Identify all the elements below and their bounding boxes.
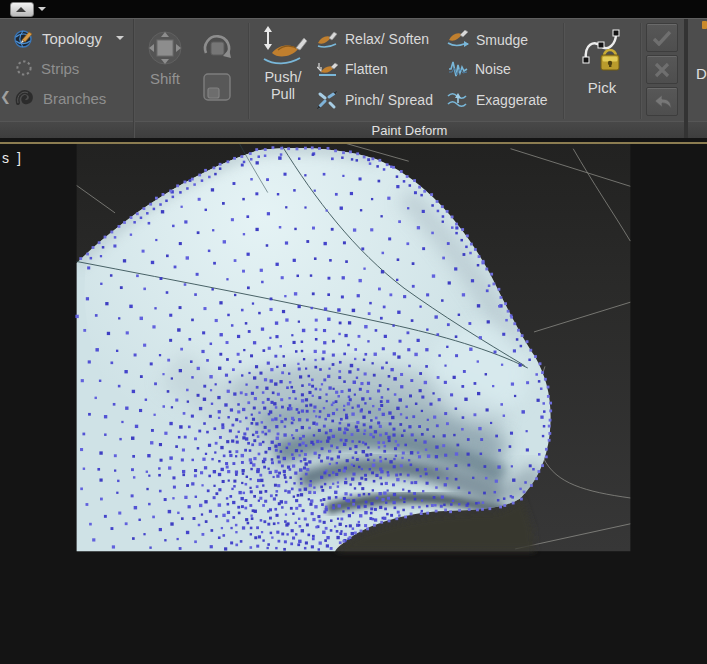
push-pull-label[interactable]: Push/ Pull: [252, 69, 314, 103]
next-panel-partial: D: [688, 19, 707, 121]
viewport[interactable]: s ]: [0, 138, 707, 664]
flatten-button[interactable]: Flatten: [317, 60, 388, 78]
lock-icon: [601, 50, 619, 70]
strips-label: Strips: [41, 60, 79, 77]
paint-deform-title: Paint Deform: [372, 123, 448, 138]
push-pull-line2: Pull: [252, 86, 314, 103]
brush-updown-icon: [258, 25, 308, 67]
cancel-button[interactable]: [646, 55, 678, 84]
branches-label: Branches: [43, 90, 106, 107]
undo-arrow-icon: [651, 93, 673, 111]
wave-arrow-icon: [447, 90, 469, 109]
nested-squares-icon: [201, 71, 233, 103]
pinch-spread-label: Pinch/ Spread: [345, 92, 433, 108]
scene-3d[interactable]: [0, 144, 707, 664]
noise-button[interactable]: Noise: [448, 60, 511, 78]
waveform-icon: [448, 60, 468, 78]
ribbon: ❮ Topology Strips Branches: [0, 18, 707, 138]
commit-button[interactable]: [646, 23, 678, 52]
panel-title-paint-deform: Paint Deform: [135, 121, 684, 139]
move-arrows-icon: [146, 30, 184, 66]
globe-pencil-icon: [14, 28, 34, 48]
shift-scale-button[interactable]: [201, 71, 233, 103]
brush-icon: [317, 30, 338, 48]
group-separator: [248, 23, 250, 119]
ribbon-toggle-button[interactable]: [10, 2, 34, 17]
revert-button[interactable]: [646, 87, 678, 116]
brush-arrow-icon: [447, 30, 469, 49]
partial-icon: [702, 21, 707, 29]
group-separator: [563, 23, 565, 119]
application-window: { "topbar": { "icons": { "toggle": "care…: [0, 0, 707, 664]
ribbon-toggle-dropdown-icon[interactable]: [38, 7, 46, 11]
topology-dropdown-icon: [116, 36, 124, 40]
exaggerate-button[interactable]: Exaggerate: [447, 90, 548, 109]
topology-label: Topology: [42, 30, 102, 47]
relax-soften-button[interactable]: Relax/ Soften: [317, 30, 429, 48]
branches-button[interactable]: Branches: [13, 87, 106, 109]
check-icon: [652, 30, 672, 46]
relax-soften-label: Relax/ Soften: [345, 31, 429, 47]
panel-scroll-left-icon[interactable]: ❮: [0, 89, 11, 104]
caret-up-icon: [16, 7, 26, 12]
shift-move-button[interactable]: [146, 30, 184, 66]
shift-label: Shift: [141, 70, 189, 87]
panel-title-right: [688, 121, 707, 139]
push-pull-line1: Push/: [252, 69, 314, 86]
smudge-label: Smudge: [476, 32, 528, 48]
exaggerate-label: Exaggerate: [476, 92, 548, 108]
panel-title-left: [0, 121, 133, 139]
x-icon: [653, 61, 671, 79]
curl-icon: [13, 87, 35, 109]
pick-button[interactable]: [582, 28, 624, 74]
flatten-label: Flatten: [345, 61, 388, 77]
group-separator: [640, 23, 642, 119]
rotate-icon: [200, 31, 234, 65]
pick-label: Pick: [572, 79, 632, 96]
pinch-arrows-icon: [316, 90, 338, 110]
curve-lock-icon: [582, 28, 624, 74]
viewport-label-fragment[interactable]: s ]: [2, 150, 23, 166]
push-pull-button[interactable]: [258, 25, 308, 67]
strips-button[interactable]: Strips: [15, 59, 79, 77]
dashed-circle-icon: [15, 59, 33, 77]
topology-button[interactable]: Topology: [14, 28, 124, 48]
smudge-button[interactable]: Smudge: [447, 30, 528, 49]
brush-flat-icon: [317, 60, 338, 78]
title-bar: [0, 0, 707, 18]
next-panel-title-fragment: D: [696, 65, 707, 82]
noise-label: Noise: [475, 61, 511, 77]
pinch-spread-button[interactable]: Pinch/ Spread: [316, 90, 433, 110]
shift-rotate-button[interactable]: [200, 31, 234, 65]
